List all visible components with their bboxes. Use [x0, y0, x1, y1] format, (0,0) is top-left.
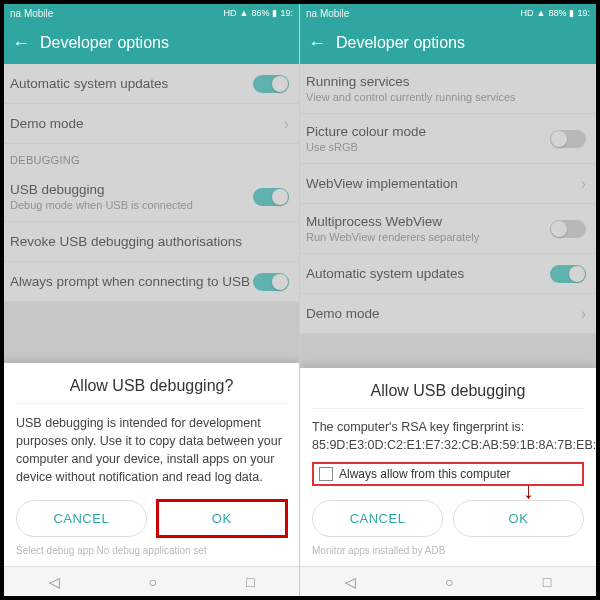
nav-home-icon[interactable]: ○	[149, 574, 157, 590]
right-screenshot: na Mobile HD ▲ 88% ▮ 19: ← Developer opt…	[300, 4, 596, 596]
app-bar: ← Developer options	[300, 22, 596, 64]
nav-home-icon[interactable]: ○	[445, 574, 453, 590]
nav-back-icon[interactable]: ◁	[345, 574, 356, 590]
row-picture-colour[interactable]: Picture colour mode Use sRGB	[300, 114, 596, 164]
nav-back-icon[interactable]: ◁	[49, 574, 60, 590]
peek-row: Select debug app No debug application se…	[16, 543, 287, 558]
always-allow-label: Always allow from this computer	[339, 467, 510, 481]
row-auto-updates[interactable]: Automatic system updates	[4, 64, 299, 104]
settings-list: Automatic system updates Demo mode › DEB…	[4, 64, 299, 302]
carrier-label: na Mobile	[10, 8, 53, 19]
row-running-services[interactable]: Running services View and control curren…	[300, 64, 596, 114]
toggle-auto-updates[interactable]	[550, 265, 586, 283]
row-multiprocess-webview[interactable]: Multiprocess WebView Run WebView rendere…	[300, 204, 596, 254]
dialog-title: Allow USB debugging	[312, 382, 584, 400]
row-demo-mode[interactable]: Demo mode ›	[4, 104, 299, 144]
toggle-multiprocess[interactable]	[550, 220, 586, 238]
cancel-button[interactable]: CANCEL	[312, 500, 443, 537]
hd-icon: HD	[521, 8, 534, 18]
row-revoke-auth[interactable]: Revoke USB debugging authorisations	[4, 222, 299, 262]
settings-list: Running services View and control curren…	[300, 64, 596, 334]
app-bar: ← Developer options	[4, 22, 299, 64]
fingerprint-value: 85:9D:E3:0D:C2:E1:E7:32:CB:AB:59:1B:8A:7…	[312, 437, 584, 455]
back-icon[interactable]: ←	[308, 33, 326, 54]
checkbox-icon[interactable]	[319, 467, 333, 481]
dialog-body: USB debugging is intended for developmen…	[16, 414, 287, 487]
chevron-right-icon: ›	[581, 305, 586, 323]
row-usb-debugging[interactable]: USB debugging Debug mode when USB is con…	[4, 172, 299, 222]
cancel-button[interactable]: CANCEL	[16, 500, 147, 537]
battery-icon: ▮	[569, 8, 574, 18]
nav-bar: ◁ ○ □	[300, 566, 596, 596]
status-icons: HD ▲ 86% ▮ 19:	[224, 8, 293, 18]
toggle-usb-debugging[interactable]	[253, 188, 289, 206]
usb-debug-dialog: Allow USB debugging The computer's RSA k…	[300, 368, 596, 566]
fingerprint-label: The computer's RSA key fingerprint is:	[312, 419, 584, 437]
time-label: 19:	[280, 8, 293, 18]
chevron-right-icon: ›	[581, 175, 586, 193]
back-icon[interactable]: ←	[12, 33, 30, 54]
toggle-picture-colour[interactable]	[550, 130, 586, 148]
ok-button[interactable]: OK	[157, 500, 288, 537]
row-always-prompt[interactable]: Always prompt when connecting to USB	[4, 262, 299, 302]
carrier-label: na Mobile	[306, 8, 349, 19]
section-debugging: DEBUGGING	[4, 144, 299, 172]
always-allow-row[interactable]: Always allow from this computer	[312, 462, 584, 486]
page-title: Developer options	[336, 34, 465, 52]
screenshot-pair: na Mobile HD ▲ 86% ▮ 19: ← Developer opt…	[0, 0, 600, 600]
usb-debug-dialog: Allow USB debugging? USB debugging is in…	[4, 363, 299, 567]
status-icons: HD ▲ 88% ▮ 19:	[521, 8, 590, 18]
chevron-right-icon: ›	[284, 115, 289, 133]
row-auto-updates[interactable]: Automatic system updates	[300, 254, 596, 294]
battery-label: 88%	[548, 8, 566, 18]
arrow-down-icon: ↓	[523, 478, 534, 504]
dialog-title: Allow USB debugging?	[16, 377, 287, 395]
row-webview-impl[interactable]: WebView implementation ›	[300, 164, 596, 204]
hd-icon: HD	[224, 8, 237, 18]
ok-button[interactable]: OK	[453, 500, 584, 537]
toggle-auto-updates[interactable]	[253, 75, 289, 93]
status-bar: na Mobile HD ▲ 86% ▮ 19:	[4, 4, 299, 22]
left-screenshot: na Mobile HD ▲ 86% ▮ 19: ← Developer opt…	[4, 4, 300, 596]
status-bar: na Mobile HD ▲ 88% ▮ 19:	[300, 4, 596, 22]
peek-row: Monitor apps installed by ADB	[312, 543, 584, 558]
signal-icon: ▲	[240, 8, 249, 18]
time-label: 19:	[577, 8, 590, 18]
signal-icon: ▲	[537, 8, 546, 18]
page-title: Developer options	[40, 34, 169, 52]
nav-recent-icon[interactable]: □	[543, 574, 551, 590]
battery-label: 86%	[251, 8, 269, 18]
nav-recent-icon[interactable]: □	[246, 574, 254, 590]
toggle-always-prompt[interactable]	[253, 273, 289, 291]
row-demo-mode[interactable]: Demo mode ›	[300, 294, 596, 334]
battery-icon: ▮	[272, 8, 277, 18]
nav-bar: ◁ ○ □	[4, 566, 299, 596]
